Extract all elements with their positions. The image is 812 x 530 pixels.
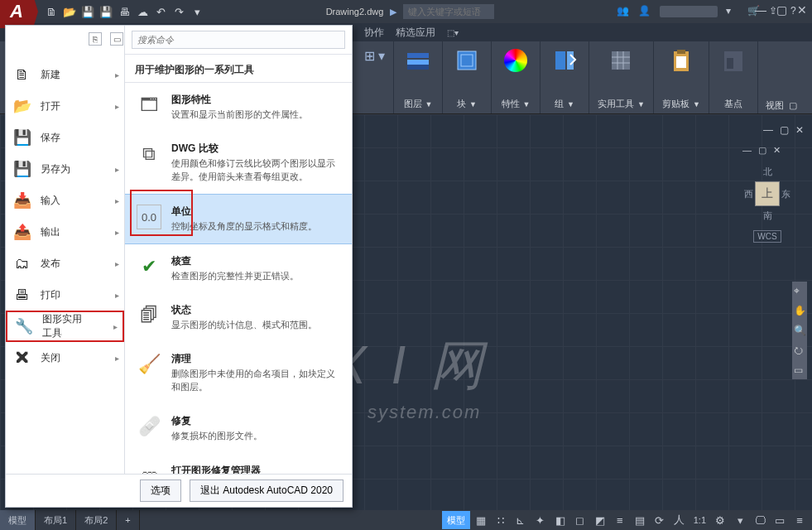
chevron-down-icon[interactable]: ▼ [523,100,531,108]
status-lwt-icon[interactable]: ≡ [611,511,629,529]
qat-plot-icon[interactable]: 🖶 [118,5,131,18]
close-icon[interactable]: ✕ [797,3,807,17]
status-cleanscreen-icon[interactable]: ▭ [771,511,789,529]
menu-item-saveas[interactable]: 💾另存为▸ [6,153,124,185]
status-customize-icon[interactable]: ≡ [790,511,809,529]
panel-block[interactable]: 块▼ [443,41,492,113]
status-cycling-icon[interactable]: ⟳ [651,511,669,529]
view-maximize-icon[interactable]: ▢ [789,100,797,111]
tool-item-units[interactable]: 0.0 单位控制坐标及角度的显示格式和精度。 [125,194,352,243]
ribbon-dropdown-icon[interactable]: ⬚▾ [447,28,459,37]
tool-item-dwgcompare[interactable]: ⧉ DWG 比较使用颜色和修订云线比较两个图形以显示差异。使用箭头来查看每组更改… [125,132,352,194]
chevron-down-icon[interactable]: ▼ [469,100,477,108]
tool-item-recovery-manager[interactable]: 🗃 打开图形修复管理器 [125,454,352,474]
panel-layer[interactable]: 图层▼ [394,41,443,113]
status-grid-icon[interactable]: ▦ [472,511,490,529]
viewcube-top-face[interactable]: 上 [755,181,780,206]
qat-redo-icon[interactable]: ↷ [172,5,185,18]
qat-new-icon[interactable]: 🗎 [45,5,58,18]
signin-icon[interactable]: 👥 [617,5,630,18]
minimize-icon[interactable]: — [755,3,766,17]
status-3dosnap-icon[interactable]: ◩ [591,511,609,529]
status-gear-icon[interactable]: ⚙ [711,511,729,529]
exit-button[interactable]: 退出 Autodesk AutoCAD 2020 [190,479,344,502]
status-ortho-icon[interactable]: ⊾ [512,511,530,529]
wcs-label[interactable]: WCS [753,230,781,243]
qat-cloud-icon[interactable]: ☁ [136,5,149,18]
user-icon[interactable]: 👤 [638,5,651,18]
search-keyword-input[interactable] [403,4,494,19]
status-annoscale-icon[interactable]: 人 [670,511,689,529]
nav-fullnav-icon[interactable]: ⌖ [794,285,805,296]
nav-orbit-icon[interactable]: ⭮ [794,344,805,356]
status-transparency-icon[interactable]: ▤ [631,511,649,529]
menu-item-output[interactable]: 📤输出▸ [6,216,124,248]
navcube-close-icon[interactable]: ✕ [773,145,781,156]
tab-add[interactable]: + [117,510,139,530]
panel-utils[interactable]: 实用工具▼ [589,41,654,113]
menu-item-save[interactable]: 💾保存 [6,122,124,153]
options-button[interactable]: 选项 [140,479,181,502]
app-logo[interactable]: A [0,0,33,28]
navcube-min-icon[interactable]: — [742,145,752,156]
tool-item-dwgprops[interactable]: 🗔 图形特性设置和显示当前图形的文件属性。 [125,83,352,132]
chevron-down-icon[interactable]: ▼ [567,100,574,108]
doc-close-icon[interactable]: ✕ [795,124,804,136]
nav-pan-icon[interactable]: ✋ [794,305,805,316]
doc-max-icon[interactable]: ▢ [780,124,789,136]
viewcube-north[interactable]: 北 [744,166,790,178]
tool-item-purge[interactable]: 🧹 清理删除图形中未使用的命名项目，如块定义和图层。 [125,342,352,404]
chevron-down-icon[interactable]: ▼ [425,100,433,108]
menu-item-open[interactable]: 📂打开▸ [6,90,124,122]
panel-clipboard[interactable]: 剪贴板▼ [654,41,709,113]
menu-item-input[interactable]: 📥输入▸ [6,185,124,216]
panel-extra-icon[interactable]: ⊞ [364,48,375,64]
status-workspace-icon[interactable]: ▾ [731,511,749,529]
panel-base[interactable]: 基点 [709,41,758,113]
tool-item-recover[interactable]: 🩹 修复修复损坏的图形文件。 [125,404,352,453]
status-modelspace-button[interactable]: 模型 [442,511,470,529]
panel-props[interactable]: 特性▼ [492,41,541,113]
status-polar-icon[interactable]: ✦ [531,511,550,529]
menu-item-print[interactable]: 🖶打印▸ [6,279,124,311]
recent-docs-icon[interactable]: ⎘ [89,32,102,46]
view-label-box[interactable]: 视图 ▢ [759,98,804,113]
panel-extra-dropdown-icon[interactable]: ▾ [378,48,385,64]
status-isodraft-icon[interactable]: ◧ [551,511,569,529]
chevron-down-icon[interactable]: ▼ [693,100,700,108]
maximize-icon[interactable]: ▢ [776,3,787,17]
nav-showmotion-icon[interactable]: ▭ [794,364,805,376]
tab-layout1[interactable]: 布局1 [36,510,76,530]
status-monitor-icon[interactable]: 🖵 [751,511,769,529]
panel-group[interactable]: 组▼ [541,41,589,113]
tab-collab[interactable]: 协作 [364,26,384,40]
qat-saveas-icon[interactable]: 💾 [99,5,113,18]
tab-featured[interactable]: 精选应用 [396,26,435,40]
open-docs-icon[interactable]: ▭ [110,32,123,46]
qat-open-icon[interactable]: 📂 [63,5,76,18]
status-snap-icon[interactable]: ∷ [492,511,510,529]
qat-save-icon[interactable]: 💾 [81,5,94,18]
nav-zoom-icon[interactable]: 🔍 [794,325,805,336]
menu-item-drawing-utilities[interactable]: 🔧图形实用工具▸ [6,311,124,342]
qat-undo-icon[interactable]: ↶ [154,5,167,18]
navcube-rest-icon[interactable]: ▢ [758,145,766,156]
status-scale-label[interactable]: 1:1 [690,511,709,529]
tool-item-status[interactable]: 🗐 状态显示图形的统计信息、模式和范围。 [125,293,352,342]
viewcube-west[interactable]: 西 [744,188,753,200]
tab-layout2[interactable]: 布局2 [76,510,117,530]
menu-item-close[interactable]: 🗙关闭▸ [6,342,124,373]
view-cube[interactable]: 北 西 上 东 南 WCS [744,166,790,243]
doc-min-icon[interactable]: — [763,124,773,136]
viewcube-east[interactable]: 东 [781,188,790,200]
menu-item-new[interactable]: 🗎新建▸ [6,59,124,90]
qat-dropdown-icon[interactable]: ▾ [190,5,204,18]
viewcube-south[interactable]: 南 [744,210,790,222]
command-search-input[interactable] [132,31,345,49]
tab-model[interactable]: 模型 [0,510,36,530]
menu-item-publish[interactable]: 🗂发布▸ [6,248,124,279]
status-osnap-icon[interactable]: ◻ [571,511,589,529]
chevron-down-icon[interactable]: ▼ [637,100,645,108]
autodesk-app-icon[interactable]: ▾ [726,5,739,18]
tool-item-audit[interactable]: ✔ 核查检查图形的完整性并更正错误。 [125,244,352,293]
